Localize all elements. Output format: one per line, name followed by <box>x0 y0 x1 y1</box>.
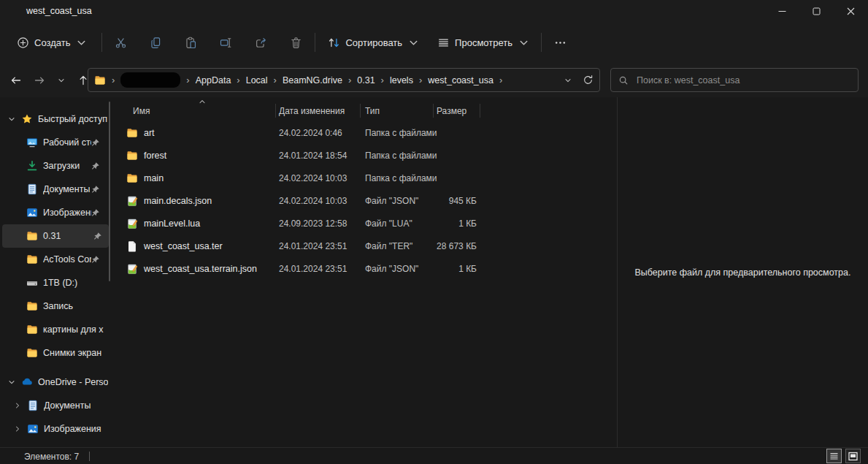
more-options-button[interactable] <box>546 29 575 56</box>
cut-icon <box>115 37 127 49</box>
breadcrumb-separator-icon: › <box>112 75 115 85</box>
recent-locations-button[interactable] <box>51 70 72 91</box>
sort-button[interactable]: Сортировать <box>321 31 426 54</box>
status-separator <box>89 452 90 461</box>
close-button[interactable] <box>834 0 868 22</box>
rename-button[interactable] <box>211 29 240 56</box>
column-divider[interactable] <box>275 104 276 118</box>
new-button[interactable]: Создать <box>10 31 94 54</box>
paste-icon <box>185 37 197 49</box>
breadcrumb-item[interactable]: levels <box>390 75 413 85</box>
breadcrumb-item[interactable]: Local <box>246 75 268 85</box>
chevron-down-icon <box>7 378 16 387</box>
arrow-left-icon <box>10 75 22 86</box>
table-row[interactable]: west_coast_usa.terrain.json24.01.2024 23… <box>117 258 617 281</box>
column-header-name[interactable]: Имя <box>133 106 150 116</box>
file-size: 28 673 КБ <box>394 241 477 251</box>
table-row[interactable]: art24.02.2024 0:46Папка с файлами <box>117 122 617 145</box>
sort-button-label: Сортировать <box>345 37 402 48</box>
column-header-date[interactable]: Дата изменения <box>279 106 345 116</box>
sidebar-item-desktop[interactable]: Рабочий стол <box>0 131 111 154</box>
folder-icon <box>26 230 38 242</box>
breadcrumb-separator-icon: › <box>348 75 351 85</box>
file-name: west_coast_usa.ter <box>144 241 223 251</box>
sidebar-item-drive-d[interactable]: 1TB (D:) <box>0 271 111 294</box>
column-divider[interactable] <box>480 104 480 118</box>
sidebar-item-quick-access[interactable]: Быстрый доступ <box>0 107 111 131</box>
file-rows: art24.02.2024 0:46Папка с файламиforest2… <box>117 122 617 281</box>
items-count: Элементов: 7 <box>24 452 79 462</box>
table-row[interactable]: forest24.01.2024 18:54Папка с файлами <box>117 145 617 167</box>
sidebar-item-zapis[interactable]: Запись <box>0 294 111 318</box>
sidebar-item-od-pictures[interactable]: Изображения <box>0 417 111 441</box>
view-button[interactable]: Просмотреть <box>431 31 537 54</box>
drive-icon <box>26 277 38 289</box>
sidebar-item-actools[interactable]: AcTools Con <box>0 248 111 271</box>
cut-button[interactable] <box>106 29 135 56</box>
file-date: 24.02.2024 10:03 <box>279 196 347 206</box>
column-header-size[interactable]: Размер <box>437 106 466 116</box>
toolbar-separator <box>101 33 102 52</box>
sidebar-scrollbar[interactable] <box>109 102 110 281</box>
file-name: main.decals.json <box>144 196 212 206</box>
sidebar-item-documents[interactable]: Документы <box>0 178 111 201</box>
breadcrumb-item[interactable]: 0.31 <box>357 75 375 85</box>
table-row[interactable]: main24.02.2024 10:03Папка с файлами <box>117 167 617 190</box>
chevron-down-icon <box>7 115 16 123</box>
share-button[interactable] <box>246 29 275 56</box>
search-box[interactable] <box>610 68 859 92</box>
file-type: Папка с файлами <box>365 128 437 138</box>
details-view-button[interactable] <box>826 449 842 463</box>
sidebar-item-onedrive[interactable]: OneDrive - Personal <box>0 370 111 394</box>
share-icon <box>255 37 267 49</box>
ellipsis-icon <box>554 37 566 49</box>
file-date: 24.01.2024 18:54 <box>279 151 347 161</box>
maximize-button[interactable] <box>799 0 834 22</box>
table-row[interactable]: main.decals.json24.02.2024 10:03Файл "JS… <box>117 190 617 213</box>
sidebar-item-snimki[interactable]: Снимки экран <box>0 341 111 365</box>
table-row[interactable]: mainLevel.lua24.09.2023 12:58Файл "LUA"1… <box>117 213 617 235</box>
table-row[interactable]: west_coast_usa.ter24.01.2024 23:51Файл "… <box>117 235 617 258</box>
sidebar-item-downloads[interactable]: Загрузки <box>0 154 111 178</box>
chevron-down-icon[interactable] <box>564 76 572 85</box>
sidebar-item-label: картины для х <box>43 324 104 335</box>
folder-icon <box>126 127 138 139</box>
sidebar-item-kartiny[interactable]: картины для х <box>0 318 111 341</box>
column-divider[interactable] <box>360 104 361 118</box>
back-button[interactable] <box>6 70 26 91</box>
breadcrumb-item[interactable]: west_coast_usa <box>428 75 493 85</box>
refresh-icon[interactable] <box>583 75 594 85</box>
delete-button[interactable] <box>281 29 310 56</box>
downloads-icon <box>26 160 38 172</box>
folder-icon <box>26 347 38 359</box>
sidebar-item-od-documents[interactable]: Документы <box>0 394 111 417</box>
address-bar[interactable]: ››AppData›Local›BeamNG.drive›0.31›levels… <box>88 68 600 92</box>
explorer-window: west_coast_usa Создать <box>0 0 868 464</box>
file-date: 24.02.2024 10:03 <box>279 173 347 183</box>
thumbnails-view-button[interactable] <box>845 449 861 463</box>
copy-icon <box>150 37 162 49</box>
breadcrumb: ››AppData›Local›BeamNG.drive›0.31›levels… <box>94 72 502 88</box>
minimize-button[interactable] <box>765 0 799 22</box>
column-divider[interactable] <box>433 104 434 118</box>
forward-button[interactable] <box>29 70 50 91</box>
file-name: west_coast_usa.terrain.json <box>144 264 257 274</box>
breadcrumb-item[interactable]: AppData <box>196 75 231 85</box>
star-icon <box>21 113 33 125</box>
copy-button[interactable] <box>141 29 170 56</box>
delete-icon <box>290 37 302 49</box>
sidebar-item-label: Рабочий стол <box>43 137 91 148</box>
breadcrumb-separator-icon: › <box>186 75 189 85</box>
column-header-type[interactable]: Тип <box>365 106 380 116</box>
sidebar-item-pictures[interactable]: Изображения <box>0 201 111 224</box>
view-button-label: Просмотреть <box>455 37 512 48</box>
paste-button[interactable] <box>176 29 205 56</box>
sidebar-item-0-31[interactable]: 0.31 <box>2 224 109 248</box>
window-folder-icon <box>9 5 20 17</box>
search-input[interactable] <box>635 75 850 86</box>
sidebar-item-label: Запись <box>43 301 73 311</box>
breadcrumb-item[interactable]: BeamNG.drive <box>283 75 342 85</box>
command-bar: Создать Сортировать Просмотреть <box>0 22 868 63</box>
redacted-username[interactable] <box>120 72 180 88</box>
sidebar-item-label: Документы <box>43 184 90 194</box>
